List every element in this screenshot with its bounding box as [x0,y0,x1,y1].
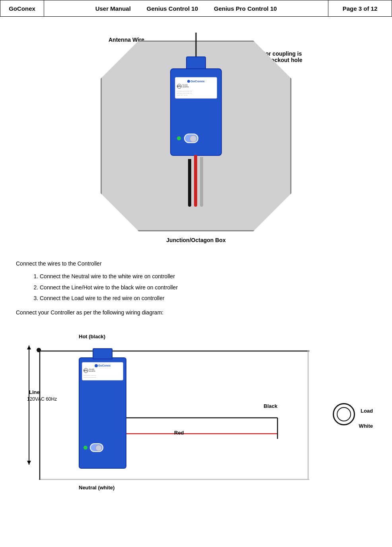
manual-label: User Manual [95,5,131,12]
controller-device: GoConex ETL Intertek 4019P61 —·—— ——·—— … [170,68,222,156]
page-header: GoConex User Manual Genius Control 10 Ge… [0,0,392,17]
hot-wire-svg [39,350,309,352]
line-arrow-svg [21,345,37,465]
wd-brand: GoConex [83,364,122,367]
wd-etl: ETL Intertek 4019P61 [83,368,122,373]
intro-text: Connect the wires to the Controller [16,259,376,269]
wires-container [184,151,208,207]
octagon-diagram: Antenna Wire Controller connector coupli… [16,25,376,247]
top-connector [186,56,206,70]
black-label: Black [264,403,278,409]
etl-badge: ETL Intertek 4019P61 [177,84,215,89]
neutral-wire-svg [39,479,309,480]
line-label: Line [29,389,40,395]
wd-button-inner [95,445,102,451]
controller-label: GoConex ETL Intertek 4019P61 —·—— ——·—— … [175,77,217,99]
junction-annotation: Junction/Octagon Box [166,237,225,243]
wd-green-led [83,446,87,450]
wd-ctrl-controls [83,443,122,452]
ctrl-brand: GoConex [177,80,215,83]
steps-list: Connect the Neutral wire to the white wi… [40,272,376,303]
main-content: Antenna Wire Controller connector coupli… [0,17,392,504]
load-circle [333,403,355,425]
wd-etl-circle: ETL [83,368,88,373]
step-1: Connect the Neutral wire to the white wi… [40,272,376,281]
page-number: Page 3 of 12 [328,0,392,16]
green-led [177,136,181,140]
wire-red [194,155,197,207]
hot-entry-dot [37,348,41,352]
step-2: Connect the Line/Hot wire to the black w… [40,283,376,293]
controller-body: GoConex ETL Intertek 4019P61 —·—— ——·—— … [170,68,222,156]
ctrl-button-inner [190,135,197,142]
product1-label: Genius Control 10 [147,5,198,12]
wd-ctrl-top-connector [93,348,113,359]
voltage-label: 120VAC 60Hz [27,396,57,402]
octagon-container: Antenna Wire Controller connector coupli… [85,25,307,247]
wiring-intro-text: Connect your Controller as per the follo… [16,308,376,318]
right-vertical-svg [307,350,309,480]
hot-label: Hot (black) [79,334,105,339]
wd-button[interactable] [90,443,103,452]
svg-marker-4 [27,461,31,465]
white-label: White [359,423,373,429]
step-3: Connect the Load wire to the red wire on… [40,294,376,303]
left-vertical-svg [39,350,41,480]
etl-circle: ETL [177,84,182,89]
svg-marker-1 [27,345,31,349]
ctrl-button[interactable] [184,134,198,143]
instructions-section: Connect the wires to the Controller Conn… [16,259,376,318]
product2-label: Genius Pro Control 10 [214,5,277,12]
wire-black [188,159,191,207]
wire-gray [200,157,203,207]
wiring-diagram: Hot (black) Line 120VAC 60Hz [17,326,375,497]
load-circle-inner [337,407,351,421]
brand-label: GoConex [0,0,44,16]
black-out-wire-svg [126,417,309,441]
controller-controls [177,134,215,143]
red-label: Red [174,430,184,436]
wiring-diagram-section: Hot (black) Line 120VAC 60Hz [16,326,376,497]
header-title: User Manual Genius Control 10 Genius Pro… [44,0,328,16]
wd-controller: GoConex ETL Intertek 4019P61 ——·——·——·—·… [79,357,126,469]
load-label: Load [361,408,373,414]
neutral-label: Neutral (white) [79,485,114,491]
wd-ctrl-label: GoConex ETL Intertek 4019P61 ——·——·——·—·… [82,362,123,380]
